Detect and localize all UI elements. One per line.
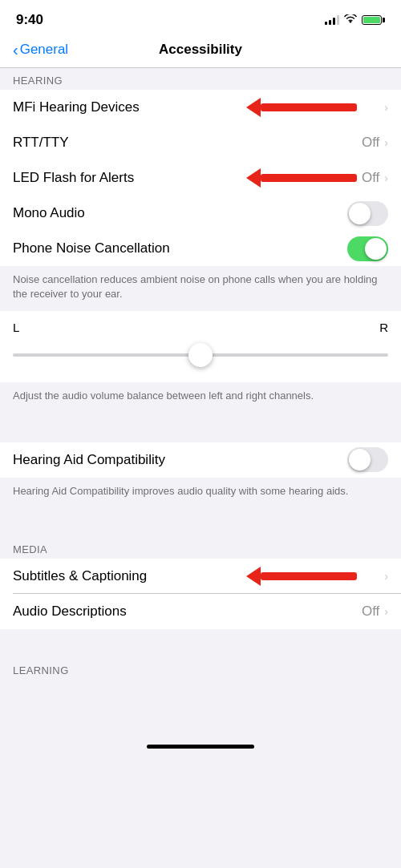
hearing-aid-toggle[interactable] <box>347 447 388 472</box>
gap-block-2 <box>0 508 401 537</box>
subtitles-chevron-icon: › <box>384 570 388 583</box>
hearing-settings-group: MFi Hearing Devices › RTT/TTY Off › LED … <box>0 90 401 266</box>
mono-audio-row: Mono Audio <box>0 196 401 231</box>
status-bar: 9:40 <box>0 0 401 35</box>
noise-description: Noise cancellation reduces ambient noise… <box>0 266 401 311</box>
hearing-aid-description: Hearing Aid Compatibility improves audio… <box>0 478 401 508</box>
hearing-aid-row: Hearing Aid Compatibility <box>0 442 401 478</box>
phone-noise-label: Phone Noise Cancellation <box>13 231 347 266</box>
signal-bars-icon <box>325 15 339 25</box>
hearing-aid-group: Hearing Aid Compatibility <box>0 442 401 478</box>
subtitles-captioning-row[interactable]: Subtitles & Captioning › <box>0 559 401 594</box>
rtt-tty-value: Off <box>362 135 379 151</box>
phone-noise-toggle[interactable] <box>347 236 388 261</box>
media-settings-group: Subtitles & Captioning › Audio Descripti… <box>0 559 401 629</box>
home-indicator <box>0 728 401 755</box>
wifi-icon <box>344 14 357 26</box>
hearing-aid-label: Hearing Aid Compatibility <box>13 442 347 478</box>
back-button[interactable]: ‹ General <box>13 42 68 58</box>
back-label: General <box>20 42 68 58</box>
led-flash-row[interactable]: LED Flash for Alerts Off › <box>0 160 401 196</box>
phone-noise-toggle-knob <box>365 238 387 260</box>
status-time: 9:40 <box>16 12 43 28</box>
slider-thumb[interactable] <box>188 343 213 367</box>
mono-audio-toggle-knob <box>349 203 371 224</box>
audio-descriptions-chevron-icon: › <box>384 605 388 618</box>
home-bar <box>147 745 254 749</box>
rtt-tty-label: RTT/TTY <box>13 125 362 160</box>
hearing-section-header: HEARING <box>0 68 401 90</box>
learning-section-header: LEARNING <box>0 658 401 680</box>
audio-balance-section: L R <box>0 311 401 382</box>
status-icons <box>325 14 385 26</box>
mono-audio-label: Mono Audio <box>13 196 347 231</box>
slider-description: Adjust the audio volume balance between … <box>0 382 401 413</box>
led-flash-label: LED Flash for Alerts <box>13 160 362 196</box>
slider-track-line <box>13 353 388 357</box>
mfi-chevron-icon: › <box>384 101 388 114</box>
nav-bar: ‹ General Accessibility <box>0 35 401 68</box>
mfi-hearing-devices-label: MFi Hearing Devices <box>13 90 384 125</box>
mono-audio-toggle[interactable] <box>347 201 388 226</box>
media-section-header: MEDIA <box>0 537 401 559</box>
gap-block-1 <box>0 414 401 442</box>
audio-descriptions-value: Off <box>362 604 379 620</box>
led-flash-value: Off <box>362 170 379 186</box>
phone-noise-row: Phone Noise Cancellation <box>0 231 401 266</box>
rtt-tty-chevron-icon: › <box>384 136 388 149</box>
bottom-space <box>0 680 401 728</box>
audio-descriptions-row[interactable]: Audio Descriptions Off › <box>0 594 401 629</box>
subtitles-captioning-label: Subtitles & Captioning <box>13 559 384 594</box>
rtt-tty-row[interactable]: RTT/TTY Off › <box>0 125 401 160</box>
gap-block-3 <box>0 629 401 658</box>
hearing-aid-toggle-knob <box>349 449 371 470</box>
slider-right-label: R <box>379 321 388 334</box>
page-title: Accessibility <box>159 42 242 58</box>
slider-labels: L R <box>13 321 388 334</box>
audio-balance-slider[interactable] <box>13 341 388 369</box>
battery-icon <box>362 15 385 25</box>
slider-left-label: L <box>13 321 19 334</box>
led-flash-chevron-icon: › <box>384 172 388 184</box>
audio-descriptions-label: Audio Descriptions <box>13 594 362 629</box>
mfi-hearing-devices-row[interactable]: MFi Hearing Devices › <box>0 90 401 125</box>
back-chevron-icon: ‹ <box>13 42 18 58</box>
